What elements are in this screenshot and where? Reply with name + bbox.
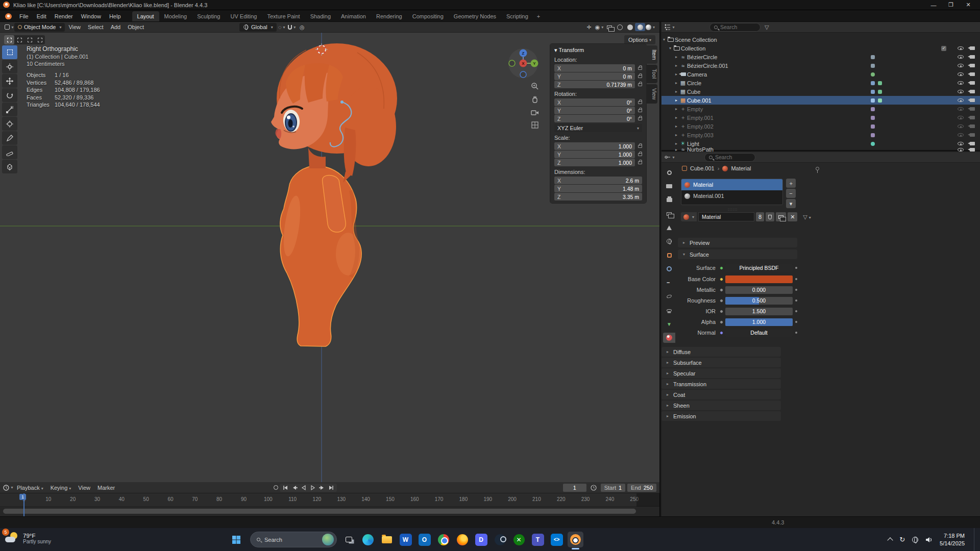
end-frame-field[interactable]: End250: [627, 484, 656, 492]
prev-keyframe-icon[interactable]: [290, 484, 299, 491]
disable-render-icon[interactable]: [970, 81, 975, 85]
tool-move[interactable]: [2, 74, 17, 88]
add-slot-button[interactable]: ＋: [786, 179, 796, 188]
tab-output-icon[interactable]: [663, 195, 675, 205]
new-material-copy-icon[interactable]: [776, 212, 786, 221]
lock-icon[interactable]: [638, 109, 642, 112]
shading-solid-icon[interactable]: [625, 23, 635, 31]
tab-texture-paint[interactable]: Texture Paint: [262, 11, 305, 21]
menu-view[interactable]: View: [75, 485, 94, 491]
shader-dropdown[interactable]: Principled BSDF: [725, 264, 793, 272]
minimize-button[interactable]: —: [925, 0, 942, 10]
menu-add[interactable]: Add: [107, 24, 125, 30]
steam-icon[interactable]: [492, 532, 508, 547]
disable-render-icon[interactable]: [970, 55, 975, 59]
play-icon[interactable]: [309, 484, 317, 491]
options-dropdown[interactable]: Options▾: [624, 35, 655, 44]
decorator-dot[interactable]: [795, 289, 797, 291]
tab-compositing[interactable]: Compositing: [407, 11, 449, 21]
next-keyframe-icon[interactable]: [318, 484, 326, 491]
show-desktop-strip[interactable]: [974, 528, 976, 551]
tool-transform[interactable]: [2, 117, 17, 131]
tab-object-icon[interactable]: [663, 250, 675, 260]
scrollbar-thumb[interactable]: [3, 509, 636, 514]
start-button[interactable]: [229, 532, 244, 547]
transform-panel-title[interactable]: ▾ Transform: [554, 47, 642, 54]
navigation-gizmo[interactable]: Z Y X: [508, 48, 538, 79]
snap-magnet-icon[interactable]: ▾: [287, 23, 297, 31]
task-view-icon[interactable]: [341, 532, 357, 547]
tab-particles-icon[interactable]: [663, 278, 675, 288]
vscode-icon[interactable]: <>: [549, 532, 565, 547]
tab-viewlayer-icon[interactable]: [663, 209, 675, 219]
hide-viewport-icon[interactable]: [958, 72, 964, 76]
panel-surface[interactable]: ▾Surface: [678, 249, 797, 259]
volume-icon[interactable]: [925, 537, 933, 543]
material-name-field[interactable]: [698, 212, 754, 221]
camera-view-icon[interactable]: [529, 107, 541, 118]
menu-select[interactable]: Select: [84, 24, 107, 30]
viewport-3d[interactable]: ▾ Object Mode▾ View Select Add Object Gl…: [0, 22, 660, 482]
menu-keying[interactable]: Keying▾: [47, 485, 75, 491]
xbox-icon[interactable]: ✕: [511, 532, 527, 547]
outliner-item-active[interactable]: ▸▦Cube.001: [662, 96, 980, 105]
tab-scripting[interactable]: Scripting: [501, 11, 533, 21]
shading-wireframe-icon[interactable]: [615, 23, 625, 31]
menu-object[interactable]: Object: [124, 24, 148, 30]
shading-material-icon[interactable]: [635, 23, 645, 31]
show-gizmo-icon[interactable]: ✛: [584, 23, 594, 31]
tab-tool-icon[interactable]: [663, 167, 675, 178]
slot-specials-button[interactable]: ▾: [786, 199, 796, 208]
lock-icon[interactable]: [638, 75, 642, 78]
tab-modifiers-icon[interactable]: [663, 264, 675, 274]
outliner-item[interactable]: ▸Camera: [662, 70, 980, 79]
collapsed-panel-header[interactable]: ▸Diffuse: [662, 347, 781, 357]
outliner-item[interactable]: ▸≈NurbsPath: [662, 148, 980, 151]
dimensions-x-field[interactable]: X2.6 m: [554, 177, 642, 184]
disable-render-icon[interactable]: [970, 107, 975, 111]
outliner-item[interactable]: ▸＋Empty.001: [662, 113, 980, 122]
rotation-x-field[interactable]: X0°: [554, 98, 635, 106]
select-subtract-icon[interactable]: [24, 35, 35, 44]
decorator-dot[interactable]: [795, 267, 797, 269]
tab-render-icon[interactable]: [663, 181, 675, 191]
collapsed-panel-header[interactable]: ▸Specular: [662, 368, 781, 378]
disable-render-icon[interactable]: [970, 124, 975, 128]
material-slot[interactable]: Material.001: [681, 190, 782, 202]
hide-viewport-icon[interactable]: [958, 98, 964, 102]
auto-key-icon[interactable]: [272, 484, 280, 491]
hide-viewport-icon[interactable]: [958, 116, 964, 119]
tool-rotate[interactable]: [2, 88, 17, 102]
ortho-grid-icon[interactable]: [529, 119, 541, 131]
word-icon[interactable]: W: [398, 532, 413, 547]
material-slot[interactable]: Material: [681, 179, 782, 190]
editor-type-icon[interactable]: ▾: [4, 23, 14, 31]
base-color-swatch[interactable]: [725, 276, 793, 283]
menu-item[interactable]: File: [15, 11, 33, 21]
normal-dropdown[interactable]: Default: [725, 329, 793, 337]
scale-z-field[interactable]: Z1.000: [554, 159, 635, 166]
shading-rendered-icon[interactable]: ▾: [645, 23, 655, 31]
location-x-field[interactable]: X0 m: [554, 64, 635, 72]
outliner-row-scene-collection[interactable]: ▾Scene Collection: [662, 35, 980, 44]
lock-icon[interactable]: [638, 101, 642, 104]
metallic-slider[interactable]: 0.000: [725, 286, 793, 294]
tab-world-icon[interactable]: [663, 236, 675, 246]
tab-geometry-nodes[interactable]: Geometry Nodes: [449, 11, 501, 21]
tab-tool[interactable]: Tool: [646, 65, 657, 83]
gizmo-axis-neg-z[interactable]: [520, 71, 526, 78]
outliner-item[interactable]: ▸▦Circle: [662, 79, 980, 87]
disable-render-icon[interactable]: [970, 64, 975, 67]
lock-icon[interactable]: [638, 161, 642, 164]
tab-rendering[interactable]: Rendering: [371, 11, 407, 21]
tab-uv-editing[interactable]: UV Editing: [225, 11, 262, 21]
xray-toggle-icon[interactable]: [604, 23, 615, 31]
add-workspace-button[interactable]: +: [533, 11, 544, 21]
ior-slider[interactable]: 1.500: [725, 308, 793, 315]
nodes-filter-icon[interactable]: ▽▾: [803, 214, 811, 220]
dimensions-y-field[interactable]: Y1.48 m: [554, 185, 642, 192]
menu-view[interactable]: View: [65, 24, 84, 30]
outliner-item[interactable]: ▸≈BézierCircle: [662, 53, 980, 61]
tab-physics-icon[interactable]: [663, 291, 675, 302]
location-y-field[interactable]: Y0 m: [554, 72, 635, 80]
